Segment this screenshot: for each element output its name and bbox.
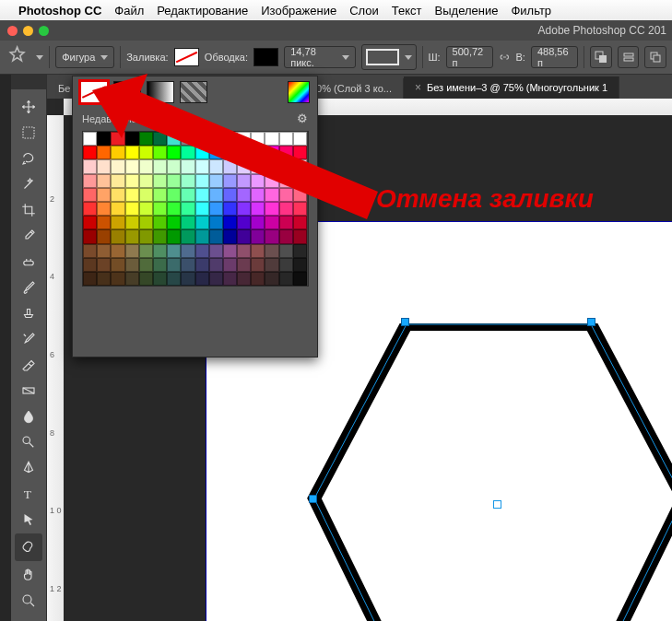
type-tool[interactable]: T (15, 482, 42, 506)
color-swatch[interactable] (125, 229, 139, 243)
menu-filter[interactable]: Фильтр (511, 4, 551, 18)
color-swatch[interactable] (153, 258, 167, 272)
custom-shape-tool[interactable] (15, 533, 42, 561)
color-swatch[interactable] (279, 229, 293, 243)
stroke-style-dropdown[interactable] (361, 44, 417, 70)
color-swatch[interactable] (265, 272, 278, 286)
color-swatch[interactable] (209, 229, 223, 243)
document-tab-3[interactable]: × Без имени–3 @ 75% (Многоугольник 1 (404, 76, 619, 99)
color-swatch[interactable] (97, 229, 111, 243)
hand-tool[interactable] (15, 563, 42, 587)
color-swatch[interactable] (195, 272, 209, 286)
color-swatch[interactable] (167, 229, 181, 243)
color-swatch[interactable] (251, 229, 265, 243)
color-swatch[interactable] (237, 272, 251, 286)
path-arrangement-button[interactable] (644, 46, 666, 68)
link-icon[interactable] (499, 51, 511, 64)
color-swatch[interactable] (293, 272, 307, 286)
color-swatch[interactable] (195, 229, 209, 243)
color-swatch[interactable] (195, 258, 209, 272)
color-swatch[interactable] (111, 258, 124, 272)
color-swatch[interactable] (181, 258, 195, 272)
blur-tool[interactable] (15, 404, 42, 428)
color-swatch[interactable] (111, 272, 124, 286)
window-zoom-button[interactable] (39, 26, 49, 36)
menu-layers[interactable]: Слои (349, 4, 379, 18)
menu-edit[interactable]: Редактирование (157, 4, 248, 18)
hexagon-shape[interactable] (305, 323, 672, 621)
width-field[interactable]: 500,72 п (446, 46, 493, 68)
stroke-swatch[interactable] (253, 48, 278, 66)
color-swatch[interactable] (223, 244, 237, 258)
height-field[interactable]: 488,56 п (531, 46, 578, 68)
brush-tool[interactable] (15, 275, 42, 299)
color-swatch[interactable] (125, 258, 139, 272)
color-swatch[interactable] (97, 272, 111, 286)
color-swatch[interactable] (181, 229, 195, 243)
color-swatch[interactable] (167, 258, 181, 272)
color-swatch[interactable] (237, 244, 251, 258)
color-swatch[interactable] (111, 229, 124, 243)
transform-handle[interactable] (309, 495, 317, 503)
color-swatch[interactable] (125, 272, 139, 286)
color-swatch[interactable] (83, 229, 97, 243)
crop-tool[interactable] (15, 198, 42, 222)
color-swatch[interactable] (181, 272, 195, 286)
history-brush-tool[interactable] (15, 327, 42, 351)
tool-preset-icon[interactable] (6, 46, 29, 68)
shape-mode-dropdown[interactable]: Фигура (55, 46, 114, 68)
pen-tool[interactable] (15, 456, 42, 480)
color-swatch[interactable] (223, 229, 237, 243)
menu-image[interactable]: Изображение (261, 4, 336, 18)
zoom-tool[interactable] (15, 589, 42, 613)
move-tool[interactable] (15, 95, 42, 119)
color-swatch[interactable] (237, 258, 251, 272)
color-swatch[interactable] (293, 258, 307, 272)
color-swatch[interactable] (265, 244, 278, 258)
color-swatch[interactable] (251, 244, 265, 258)
menu-select[interactable]: Выделение (435, 4, 499, 18)
clone-stamp-tool[interactable] (15, 301, 42, 325)
color-swatch[interactable] (209, 258, 223, 272)
color-swatch[interactable] (195, 244, 209, 258)
color-swatch[interactable] (167, 244, 181, 258)
color-swatch[interactable] (139, 229, 153, 243)
color-swatch[interactable] (279, 244, 293, 258)
color-swatch[interactable] (83, 244, 97, 258)
color-swatch[interactable] (251, 272, 265, 286)
menu-file[interactable]: Файл (114, 4, 144, 18)
color-swatch[interactable] (237, 229, 251, 243)
color-swatch[interactable] (153, 272, 167, 286)
color-swatch[interactable] (83, 258, 97, 272)
color-swatch[interactable] (279, 272, 293, 286)
color-swatch[interactable] (293, 229, 307, 243)
close-tab-icon[interactable]: × (415, 81, 421, 94)
eyedropper-tool[interactable] (15, 224, 42, 248)
color-swatch[interactable] (153, 229, 167, 243)
color-swatch[interactable] (251, 258, 265, 272)
color-swatch[interactable] (279, 258, 293, 272)
color-swatch[interactable] (139, 244, 153, 258)
lasso-tool[interactable] (15, 146, 42, 170)
color-swatch[interactable] (125, 244, 139, 258)
path-alignment-button[interactable] (618, 46, 640, 68)
color-swatch[interactable] (181, 244, 195, 258)
color-swatch[interactable] (265, 258, 278, 272)
color-swatch[interactable] (111, 244, 124, 258)
color-swatch[interactable] (139, 272, 153, 286)
path-operations-button[interactable] (590, 46, 612, 68)
color-swatch[interactable] (209, 244, 223, 258)
color-swatch[interactable] (153, 244, 167, 258)
magic-wand-tool[interactable] (15, 172, 42, 196)
collapsed-panel-strip[interactable] (0, 75, 11, 621)
marquee-tool[interactable] (15, 121, 42, 145)
path-selection-tool[interactable] (15, 508, 42, 532)
color-swatch[interactable] (97, 258, 111, 272)
transform-handle[interactable] (401, 318, 409, 326)
dodge-tool[interactable] (15, 430, 42, 454)
menu-text[interactable]: Текст (392, 4, 422, 18)
window-minimize-button[interactable] (23, 26, 33, 36)
tool-preset-chevron-icon[interactable] (36, 55, 43, 60)
color-swatch[interactable] (223, 258, 237, 272)
fill-swatch[interactable] (174, 48, 199, 66)
